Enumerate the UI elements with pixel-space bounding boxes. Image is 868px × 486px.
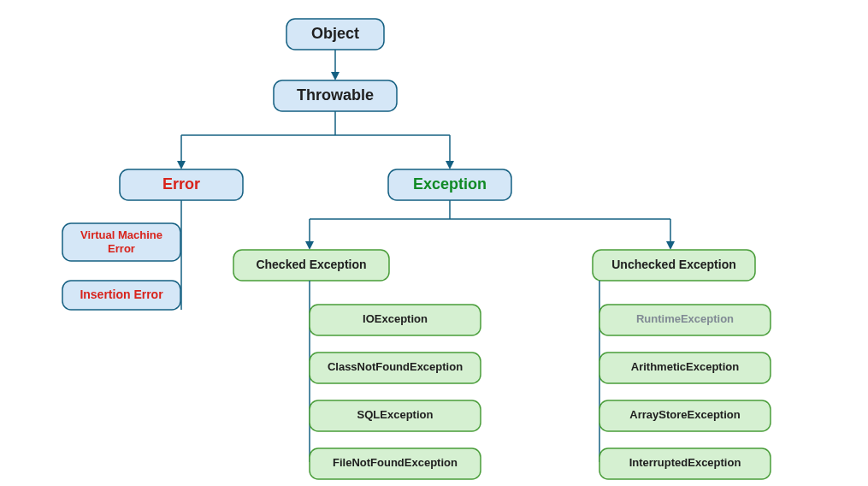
- node-arithmeticexception-label: ArithmeticException: [631, 360, 739, 373]
- node-ioexception-label: IOException: [363, 312, 428, 325]
- svg-marker-0: [331, 72, 340, 80]
- node-object-label: Object: [311, 25, 359, 42]
- node-filenotfoundexception-label: FileNotFoundException: [333, 456, 458, 469]
- node-classnotfoundexception-label: ClassNotFoundException: [328, 360, 463, 373]
- svg-marker-12: [666, 241, 675, 250]
- svg-marker-6: [446, 161, 454, 169]
- node-arraystoreexception-label: ArrayStoreException: [629, 408, 740, 421]
- node-vm-error-line2: Error: [108, 242, 135, 255]
- node-runtimeexception-label: RuntimeException: [636, 312, 734, 325]
- node-interruptedexception-label: InterruptedException: [629, 456, 741, 469]
- node-throwable-label: Throwable: [297, 86, 374, 104]
- node-unchecked-exception-label: Unchecked Exception: [611, 258, 736, 271]
- node-error-label: Error: [162, 175, 200, 193]
- node-insertion-error-label: Insertion Error: [80, 287, 163, 301]
- exception-hierarchy-diagram: Object Throwable Error Virtual Machine E…: [0, 0, 868, 486]
- node-checked-exception-label: Checked Exception: [256, 258, 366, 271]
- svg-marker-4: [177, 161, 186, 169]
- svg-marker-10: [305, 241, 314, 250]
- node-vm-error-line1: Virtual Machine: [80, 228, 162, 241]
- node-exception-label: Exception: [413, 175, 487, 193]
- node-sqlexception-label: SQLException: [357, 408, 434, 421]
